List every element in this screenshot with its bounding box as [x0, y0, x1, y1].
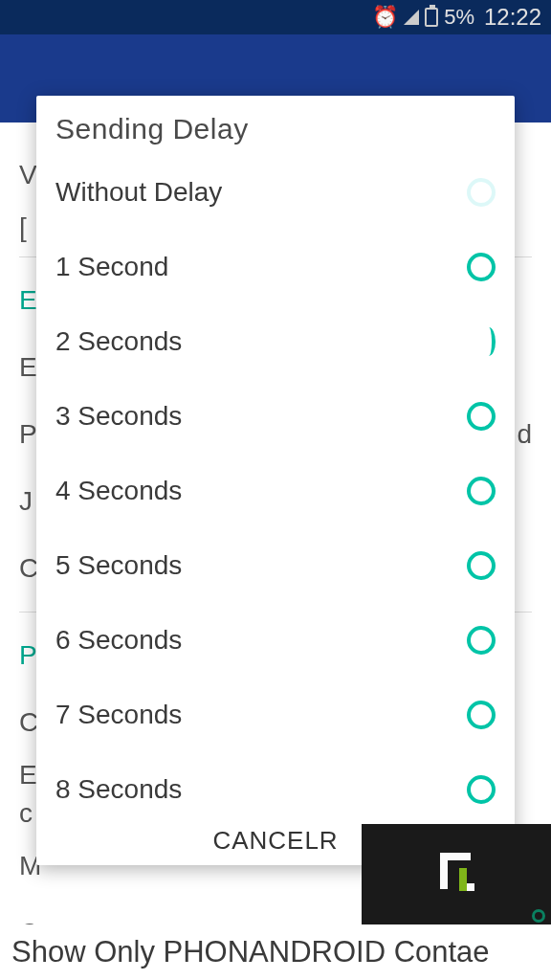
delay-option-label: 8 Seconds [55, 774, 182, 805]
delay-option[interactable]: 1 Second [55, 230, 496, 304]
radio-icon[interactable] [467, 551, 496, 580]
alarm-icon: ⏰ [372, 5, 398, 30]
sending-delay-dialog: Sending Delay Without Delay1 Second2 Sec… [36, 96, 515, 865]
delay-option-label: 3 Seconds [55, 401, 182, 432]
radio-icon[interactable] [482, 327, 496, 356]
dialog-option-list[interactable]: Without Delay1 Second2 Seconds3 Seconds4… [36, 155, 515, 815]
delay-option[interactable]: Without Delay [55, 155, 496, 230]
delay-option-label: 2 Seconds [55, 326, 182, 357]
delay-option[interactable]: 3 Seconds [55, 379, 496, 454]
radio-icon[interactable] [467, 253, 496, 281]
delay-option-label: Without Delay [55, 177, 222, 208]
delay-option[interactable]: 2 Seconds [55, 304, 496, 379]
phonandroid-logo [362, 824, 551, 924]
cancel-button[interactable]: CANCELR [193, 816, 357, 865]
status-bar: ⏰ 5% 12:22 [0, 0, 551, 34]
delay-option[interactable]: 4 Seconds [55, 454, 496, 528]
delay-option[interactable]: 8 Seconds [55, 752, 496, 815]
delay-option[interactable]: 5 Seconds [55, 528, 496, 603]
footer-text: Show Only PHONANDROID Contae [11, 935, 490, 969]
status-time: 12:22 [484, 4, 541, 31]
delay-option[interactable]: 7 Seconds [55, 678, 496, 752]
delay-option[interactable]: 6 Seconds [55, 603, 496, 678]
radio-icon[interactable] [467, 775, 496, 804]
signal-icon [404, 10, 419, 25]
radio-icon[interactable] [467, 402, 496, 431]
delay-option-label: 4 Seconds [55, 476, 182, 506]
footer-banner: Show Only PHONANDROID Contae [0, 924, 551, 980]
battery-icon [425, 8, 438, 27]
delay-option-label: 5 Seconds [55, 550, 182, 581]
delay-option-label: 1 Second [55, 252, 168, 282]
radio-icon[interactable] [467, 701, 496, 729]
radio-icon[interactable] [467, 178, 496, 207]
indicator-icon [532, 909, 545, 923]
battery-percent: 5% [444, 5, 474, 30]
delay-option-label: 7 Seconds [55, 700, 182, 730]
delay-option-label: 6 Seconds [55, 625, 182, 656]
radio-icon[interactable] [467, 477, 496, 505]
radio-icon[interactable] [467, 626, 496, 655]
dialog-title: Sending Delay [36, 96, 515, 155]
